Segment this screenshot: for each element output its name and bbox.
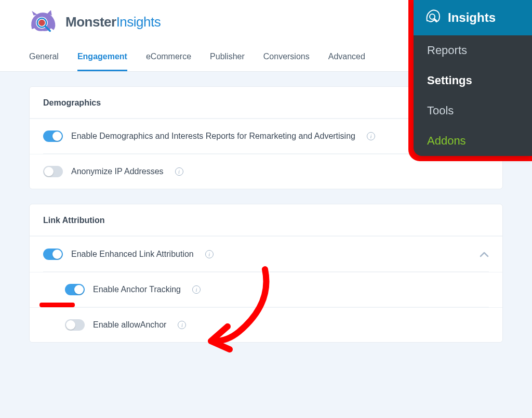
svg-point-1 bbox=[38, 20, 45, 26]
brand-name-1: Monster bbox=[65, 14, 116, 30]
setting-label: Enable Enhanced Link Attribution bbox=[71, 250, 194, 259]
toggle-anchor-tracking[interactable] bbox=[65, 284, 85, 295]
section-link-attribution: Link Attribution Enable Enhanced Link At… bbox=[29, 204, 503, 343]
admin-sidebar-wrap: Insights Reports Settings Tools Addons bbox=[408, 0, 532, 161]
info-icon[interactable]: i bbox=[367, 132, 375, 140]
sidebar-item-tools[interactable]: Tools bbox=[414, 96, 532, 126]
setting-enhanced-link-attribution: Enable Enhanced Link Attribution i bbox=[30, 236, 502, 271]
section-title: Link Attribution bbox=[30, 204, 502, 236]
svg-line-5 bbox=[434, 19, 437, 21]
tab-conversions[interactable]: Conversions bbox=[263, 43, 310, 71]
admin-sidebar: Insights Reports Settings Tools Addons bbox=[414, 0, 532, 156]
info-icon[interactable]: i bbox=[178, 321, 186, 329]
setting-label: Enable Demographics and Interests Report… bbox=[71, 132, 355, 141]
setting-label: Anonymize IP Addresses bbox=[71, 167, 164, 176]
chevron-up-icon[interactable] bbox=[480, 248, 489, 260]
sidebar-item-reports[interactable]: Reports bbox=[414, 35, 532, 66]
tab-ecommerce[interactable]: eCommerce bbox=[146, 43, 191, 71]
annotation-highlight: Insights Reports Settings Tools Addons bbox=[408, 0, 532, 161]
tab-advanced[interactable]: Advanced bbox=[328, 43, 365, 71]
brand-name: MonsterInsights bbox=[65, 14, 161, 30]
monsterinsights-mascot-icon bbox=[29, 10, 58, 33]
sidebar-item-settings[interactable]: Settings bbox=[414, 66, 532, 96]
tab-general[interactable]: General bbox=[29, 43, 59, 71]
info-icon[interactable]: i bbox=[175, 167, 183, 176]
setting-label: Enable allowAnchor bbox=[93, 320, 166, 330]
sidebar-header-insights[interactable]: Insights bbox=[414, 0, 532, 35]
info-icon[interactable]: i bbox=[205, 250, 214, 258]
toggle-allow-anchor[interactable] bbox=[65, 319, 85, 331]
toggle-enable-demographics[interactable] bbox=[43, 130, 63, 142]
setting-allow-anchor: Enable allowAnchor i bbox=[30, 307, 502, 342]
setting-label: Enable Anchor Tracking bbox=[93, 285, 181, 294]
toggle-anonymize-ip[interactable] bbox=[43, 166, 63, 177]
tab-engagement[interactable]: Engagement bbox=[77, 43, 127, 71]
info-icon[interactable]: i bbox=[192, 285, 201, 294]
tab-publisher[interactable]: Publisher bbox=[210, 43, 245, 71]
toggle-enhanced-link-attribution[interactable] bbox=[43, 249, 63, 260]
brand-name-2: Insights bbox=[116, 14, 161, 30]
sidebar-body: Reports Settings Tools Addons bbox=[414, 35, 532, 156]
sidebar-header-label: Insights bbox=[448, 10, 496, 25]
setting-anchor-tracking: Enable Anchor Tracking i bbox=[30, 272, 502, 307]
insights-icon bbox=[425, 9, 441, 26]
sidebar-item-addons[interactable]: Addons bbox=[414, 126, 532, 156]
